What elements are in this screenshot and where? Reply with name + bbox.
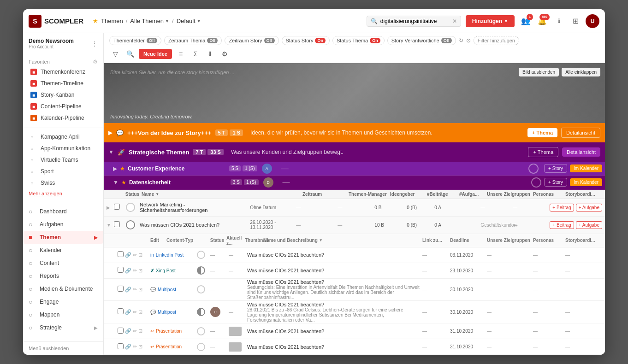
col-beitraege[interactable]: #Beiträge <box>427 192 459 197</box>
filter-zeitraum-story[interactable]: Zeitraum Story Off <box>225 36 278 45</box>
col-name[interactable]: Name ▼ <box>142 192 302 197</box>
story-1-expand[interactable]: ▶ <box>107 205 114 210</box>
settings2-icon[interactable]: ⚙ <box>219 48 231 60</box>
nav-kalender[interactable]: ○ Kalender <box>23 244 103 257</box>
settings-icon[interactable]: ⚙ <box>93 59 98 65</box>
nav-medien[interactable]: ○ Medien & Dokumente <box>23 282 103 295</box>
ci6-link-icon[interactable]: 🔗 <box>125 344 131 350</box>
add-button[interactable]: Hinzufügen ▼ <box>466 15 515 27</box>
strategic-detail-button[interactable]: Detailansicht <box>562 147 600 157</box>
search-input[interactable] <box>380 18 450 24</box>
nav-themen[interactable]: ■ Themen ▶ <box>23 231 103 244</box>
col-zielgruppen[interactable]: Unsere Zielgruppen <box>487 192 533 197</box>
ci2-link-icon[interactable]: 🔗 <box>125 268 131 274</box>
download-icon[interactable]: ⬇ <box>204 48 216 60</box>
filter-story-verantwortliche[interactable]: Story Verantwortliche Off <box>387 36 456 45</box>
nav-content[interactable]: ○ Content <box>23 257 103 270</box>
ci1-edit-icon[interactable]: ✏ <box>133 252 137 258</box>
ce-im-kalender-button[interactable]: Im Kalender <box>570 164 602 172</box>
grid-icon[interactable]: ⊞ <box>569 15 582 28</box>
story-1-circle[interactable] <box>126 203 135 212</box>
sidebar-item-kampagne[interactable]: ○ Kampagne April <box>25 131 101 142</box>
csh-content-typ[interactable]: Content-Typ <box>166 238 208 243</box>
hero-placeholder[interactable]: Bitte klicken Sie hier, um die core stor… <box>110 70 235 75</box>
csh-aktuell[interactable]: Aktuell z... <box>226 235 245 246</box>
ci5-link-icon[interactable]: 🔗 <box>125 328 131 334</box>
idea-row-chevron[interactable]: ▶ <box>108 129 113 136</box>
strategic-expand-icon[interactable]: ▼ <box>108 149 114 155</box>
ci3-status-circle[interactable] <box>197 285 205 294</box>
datensicherheit-expand-icon[interactable]: ▼ <box>113 179 118 186</box>
csh-status[interactable]: Status <box>208 238 226 243</box>
story-1-beitrag-button[interactable]: + Beitrag <box>550 204 574 211</box>
sidebar-item-story-kanban[interactable]: ■ Story-Kanban <box>25 89 101 100</box>
story-2-aufgabe-button[interactable]: + Aufgabe <box>576 221 602 229</box>
ci6-status-circle[interactable] <box>197 343 205 351</box>
avatar[interactable]: U <box>586 14 599 28</box>
csh-deadline[interactable]: Deadline <box>450 238 487 243</box>
search-clear-icon[interactable]: ✕ <box>452 18 457 24</box>
sidebar-item-swiss[interactable]: ○ Swiss <box>25 177 101 188</box>
bell-icon[interactable]: 🔔 560 <box>536 15 549 28</box>
sidebar-menu-icon[interactable]: ⋮ <box>91 40 98 47</box>
story-2-circle[interactable] <box>126 220 135 229</box>
ci1-status-circle[interactable] <box>197 251 205 259</box>
ci3-copy-icon[interactable]: ⊡ <box>138 287 142 293</box>
ci4-copy-icon[interactable]: ⊡ <box>138 309 142 315</box>
sidebar-item-content-pipeline[interactable]: ■ Content-Pipeline <box>25 101 101 112</box>
col-ideengeber[interactable]: Ideengeber <box>390 192 427 197</box>
ci2-copy-icon[interactable]: ⊡ <box>138 268 142 274</box>
nav-engage[interactable]: ○ Engage <box>23 295 103 308</box>
ci6-edit-icon[interactable]: ✏ <box>133 344 137 350</box>
ci4-link-icon[interactable]: 🔗 <box>125 309 131 315</box>
sidebar-item-app-komm[interactable]: ○ App-Kommunikation <box>25 143 101 154</box>
hide-image-button[interactable]: Bild ausblenden <box>519 68 559 76</box>
sidebar-item-themenkonferenz[interactable]: ■ Themenkonferenz <box>25 66 101 77</box>
nav-aufgaben[interactable]: ○ Aufgaben <box>23 218 103 231</box>
breadcrumb-themen[interactable]: Themen <box>101 18 123 24</box>
col-storyboard[interactable]: Storyboardi... <box>565 192 602 197</box>
filter-status-story[interactable]: Status Story On <box>282 36 330 45</box>
story-1-checkbox[interactable] <box>114 203 121 211</box>
sidebar-item-themen-timeline[interactable]: ■ Themen-Timeline <box>25 78 101 89</box>
ce-circle-1[interactable] <box>528 164 539 174</box>
ci5-copy-icon[interactable]: ⊡ <box>138 328 142 334</box>
ci3-link-icon[interactable]: 🔗 <box>125 287 131 293</box>
collapse-all-button[interactable]: Alle einklappen <box>562 68 600 76</box>
csh-thumbnail[interactable]: Thumbnail <box>245 238 263 243</box>
filter-add-button[interactable]: Filter hinzufügen <box>474 36 519 45</box>
csh-name-beschreibung[interactable]: Name und Beschreibung ▼ <box>263 238 422 243</box>
datensicherheit-circle[interactable] <box>531 177 541 188</box>
col-aufga[interactable]: #Aufga... <box>459 192 487 197</box>
csh-zielgruppen[interactable]: Unsere Zielgruppen <box>487 238 533 243</box>
ci2-edit-icon[interactable]: ✏ <box>133 268 137 274</box>
filter-search-icon[interactable]: 🔍 <box>124 48 136 60</box>
hide-menu[interactable]: Menü ausblenden <box>23 341 103 355</box>
ce-add-story-button[interactable]: + Story <box>544 164 567 173</box>
nav-strategie[interactable]: ○ Strategie ▶ <box>23 321 103 334</box>
idea-detail-button[interactable]: Detailansicht <box>561 128 600 138</box>
nav-reports[interactable]: ○ Reports <box>23 270 103 282</box>
col-personas[interactable]: Personas <box>533 192 565 197</box>
story-2-checkbox[interactable] <box>114 221 121 229</box>
filter-zeitraum-thema[interactable]: Zeitraum Thema Off <box>164 36 222 45</box>
new-idea-button[interactable]: Neue Idee <box>139 49 172 59</box>
users-icon[interactable]: 👥 1 <box>519 15 532 28</box>
datensicherheit-im-kalender-button[interactable]: Im Kalender <box>570 178 602 186</box>
ce-expand-icon[interactable]: ▶ <box>113 165 117 172</box>
csh-storyboard[interactable]: Storyboardi... <box>565 238 602 243</box>
ci5-status-circle[interactable] <box>197 327 205 335</box>
sidebar-item-virtuelle[interactable]: ○ Virtuelle Teams <box>25 154 101 165</box>
ci3-edit-icon[interactable]: ✏ <box>133 287 137 293</box>
filter-icon[interactable]: ▽ <box>109 48 121 60</box>
ci4-edit-icon[interactable]: ✏ <box>133 309 137 315</box>
col-thema-mgr[interactable]: Themen-Manager <box>349 192 390 197</box>
ci1-copy-icon[interactable]: ⊡ <box>138 252 142 258</box>
idea-add-thema-button[interactable]: + Thema <box>527 128 557 137</box>
info-icon[interactable]: ℹ <box>552 15 565 28</box>
sort-icon[interactable]: ≡ <box>175 48 187 60</box>
col-status[interactable]: Status <box>123 192 142 197</box>
sigma-icon[interactable]: Σ <box>190 48 201 60</box>
filter-status-thema[interactable]: Status Thema On <box>332 36 385 45</box>
sync-icon[interactable]: ↻ <box>459 37 463 44</box>
